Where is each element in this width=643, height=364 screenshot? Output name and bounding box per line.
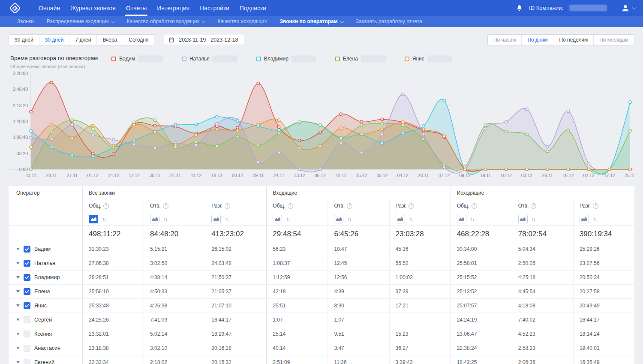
nav-item-онлайн[interactable]: Онлайн <box>33 0 65 16</box>
operator-checkbox[interactable] <box>24 246 30 253</box>
legend-item-наталья[interactable]: Наталья <box>182 55 237 62</box>
svg-text:1:06:40: 1:06:40 <box>13 135 28 140</box>
show-on-chart-button[interactable] <box>273 215 282 223</box>
cell-value: 20:50:34 <box>573 271 634 284</box>
show-on-chart-button[interactable] <box>457 215 466 223</box>
expand-caret-icon[interactable] <box>16 333 20 335</box>
operator-checkbox[interactable] <box>24 288 30 295</box>
column-tools: ↑↓ <box>266 212 328 226</box>
notifications-bell-icon[interactable] <box>516 4 523 12</box>
show-on-chart-button[interactable] <box>150 215 159 223</box>
help-icon[interactable]: ? <box>163 203 168 209</box>
help-icon[interactable]: ? <box>288 203 293 209</box>
expand-caret-icon[interactable] <box>16 290 20 293</box>
operator-checkbox[interactable] <box>24 302 30 309</box>
subnav-item-качество-исходящих[interactable]: Качество исходящих <box>217 18 276 24</box>
help-icon[interactable]: ? <box>225 203 230 209</box>
legend-item-елена[interactable]: Елена <box>335 55 386 62</box>
show-on-chart-button[interactable] <box>89 215 98 223</box>
sort-button[interactable]: ↑↓ <box>532 216 535 222</box>
sort-button[interactable]: ↑↓ <box>225 216 228 222</box>
subnav-item-звонки[interactable]: Звонки <box>17 18 43 24</box>
svg-text:3:20:00: 3:20:00 <box>13 72 28 76</box>
operator-checkbox[interactable] <box>24 359 30 364</box>
subcolumn-header-0-разг-: Разг.? <box>205 199 266 212</box>
legend-swatch-icon <box>182 57 186 61</box>
granularity-button-по-дням[interactable]: По дням <box>521 35 553 45</box>
app-logo-icon[interactable] <box>8 2 22 15</box>
operator-checkbox[interactable] <box>24 260 30 267</box>
granularity-button-по-месяцам[interactable]: По месяцам <box>593 35 634 45</box>
help-icon[interactable]: ? <box>531 203 536 209</box>
cell-value: 55:52 <box>389 256 451 270</box>
expand-caret-icon[interactable] <box>16 304 20 307</box>
legend-item-владимир[interactable]: Владимир <box>256 55 316 62</box>
svg-text:26.11: 26.11 <box>542 173 553 178</box>
show-on-chart-button[interactable] <box>518 215 528 223</box>
range-button-сегодня[interactable]: Сегодня <box>123 35 154 45</box>
operator-checkbox[interactable] <box>24 316 30 323</box>
legend-item-вадим[interactable]: Вадим <box>111 55 163 62</box>
subcolumn-header-1-отв-: Отв.? <box>328 199 389 212</box>
operator-checkbox[interactable] <box>24 331 30 337</box>
show-on-chart-button[interactable] <box>211 215 221 223</box>
group-header-все-звонки: Все звонки <box>82 186 266 199</box>
legend-item-янис[interactable]: Янис <box>405 55 452 62</box>
legend-surname-redacted <box>138 55 163 62</box>
subnav-item-распределение-входящих[interactable]: Распределение входящих <box>47 18 123 24</box>
nav-item-подписки[interactable]: Подписки <box>234 0 271 16</box>
operator-name: Елена <box>34 289 50 295</box>
cell-value: 8:30 <box>328 299 389 313</box>
filter-bar: 90 дней30 дней7 днейВчераСегодня 2023-11… <box>9 34 634 45</box>
svg-text:25.11: 25.11 <box>625 173 634 178</box>
sort-button[interactable]: ↑↓ <box>102 216 105 222</box>
sort-button[interactable]: ↑↓ <box>593 216 596 222</box>
range-button-90-дней[interactable]: 90 дней <box>9 35 39 45</box>
granularity-button-по-неделям[interactable]: По неделям <box>553 35 593 45</box>
expand-caret-icon[interactable] <box>16 319 20 321</box>
cell-value: – <box>389 313 451 327</box>
expand-caret-icon[interactable] <box>16 248 20 250</box>
operator-checkbox[interactable] <box>24 345 30 352</box>
help-icon[interactable]: ? <box>347 203 352 209</box>
help-icon[interactable]: ? <box>593 203 598 209</box>
range-button-30-дней[interactable]: 30 дней <box>39 35 69 45</box>
range-button-7-дней[interactable]: 7 дней <box>69 35 96 45</box>
svg-text:13.12: 13.12 <box>294 173 305 178</box>
show-on-chart-button[interactable] <box>396 215 405 223</box>
sort-button[interactable]: ↑↓ <box>470 216 474 222</box>
help-icon[interactable]: ? <box>472 203 477 209</box>
expand-caret-icon[interactable] <box>16 262 20 265</box>
nav-item-интеграция[interactable]: Интеграция <box>152 0 195 16</box>
expand-caret-icon[interactable] <box>16 361 20 364</box>
sort-button[interactable]: ↑↓ <box>347 216 351 222</box>
chart-header: Время разговора по операторам Общее врем… <box>10 55 634 69</box>
cell-value: 9:51 <box>328 327 389 341</box>
column-tools: ↑↓ <box>512 212 573 226</box>
subnav-item-заказать-разработку-отчета[interactable]: Заказать разработку отчета <box>356 18 432 24</box>
subnav-item-качество-обработки-входящих[interactable]: Качество обработки входящих <box>127 18 214 24</box>
subnav-item-звонки-по-операторам[interactable]: Звонки по операторам <box>280 18 352 24</box>
range-button-вчера[interactable]: Вчера <box>96 35 123 45</box>
sort-button[interactable]: ↑↓ <box>163 216 167 222</box>
nav-item-журнал-звонков[interactable]: Журнал звонков <box>65 0 121 16</box>
help-icon[interactable]: ? <box>103 203 109 209</box>
nav-item-настройки[interactable]: Настройки <box>195 0 234 16</box>
chevron-down-icon <box>111 19 115 23</box>
date-range-picker[interactable]: 2023-11-19 - 2023-12-18 <box>164 35 244 45</box>
chart-legend: ВадимНатальяВладимирЕленаЯнис <box>111 55 452 62</box>
show-on-chart-button[interactable] <box>580 215 589 223</box>
cell-value: 25:14 <box>266 327 328 341</box>
show-on-chart-button[interactable] <box>334 215 343 223</box>
operator-checkbox[interactable] <box>24 274 30 281</box>
sort-button[interactable]: ↑↓ <box>409 216 412 222</box>
nav-item-отчеты[interactable]: Отчеты <box>121 0 152 16</box>
subcolumn-label: Разг. <box>211 203 222 209</box>
sort-button[interactable]: ↑↓ <box>286 216 289 222</box>
expand-caret-icon[interactable] <box>16 347 20 349</box>
help-icon[interactable]: ? <box>409 203 414 209</box>
user-menu[interactable] <box>621 3 635 13</box>
granularity-button-по-часам[interactable]: По часам <box>488 35 521 45</box>
cell-value: 4:26:38 <box>144 299 205 313</box>
expand-caret-icon[interactable] <box>16 276 20 279</box>
